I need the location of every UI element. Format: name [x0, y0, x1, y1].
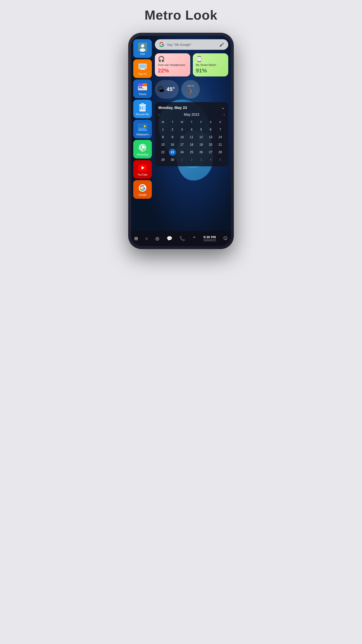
nav-phone-icon[interactable]: 📞 [179, 236, 185, 241]
cal-next[interactable]: › [223, 112, 225, 116]
nav-spiral-icon[interactable]: ◎ [155, 236, 159, 241]
cal-day-cell[interactable]: 20 [207, 141, 214, 148]
cal-day-cell[interactable]: 14 [217, 134, 224, 141]
cal-day-cell[interactable]: 26 [198, 149, 205, 156]
nav-grid-icon[interactable]: ⊞ [134, 236, 138, 241]
svg-rect-12 [139, 87, 142, 88]
sidebar-item-user[interactable]: User [133, 39, 152, 58]
nav-messages-icon[interactable]: 🗨 [223, 236, 228, 241]
svg-point-3 [140, 48, 145, 52]
weather-widget[interactable]: 🌤 45° [155, 80, 179, 99]
cal-day-header: M [159, 118, 166, 126]
cal-day-cell[interactable]: 6 [207, 126, 214, 133]
nav-time-value: 9:30 PM [203, 235, 216, 239]
sidebar-item-youtube[interactable]: YouTube [133, 160, 152, 179]
cal-day-cell[interactable]: 7 [217, 126, 224, 133]
theme-icon [138, 82, 148, 92]
svg-point-4 [140, 44, 142, 45]
google-label: Google [139, 193, 147, 196]
cal-day-cell[interactable]: 18 [188, 141, 195, 148]
youtube-icon [138, 163, 148, 173]
cal-day-cell[interactable]: 2 [169, 126, 176, 133]
cal-day-cell[interactable]: 9 [169, 134, 176, 141]
cal-day-cell[interactable]: 4 [188, 126, 195, 133]
whatsapp-icon [138, 143, 147, 152]
user-label: User [140, 53, 145, 55]
whatsapp-icon [138, 143, 148, 153]
phone-frame: User This PC Theme Recycle Bin [128, 33, 234, 249]
calendar-header: Monday, May 23 ⌄ [158, 105, 225, 110]
cal-day-cell[interactable]: 23 [169, 149, 176, 156]
clock-widget[interactable]: Sat 22 ❯ [181, 80, 200, 99]
watch-name: My Smart Watch [196, 63, 225, 66]
wallpapers-icon [138, 123, 148, 133]
cal-day-cell[interactable]: 2 [188, 156, 195, 163]
cal-day-cell[interactable]: 22 [159, 149, 166, 156]
phone-screen: User This PC Theme Recycle Bin [131, 36, 231, 246]
watch-percent: 91% [196, 67, 225, 74]
cal-prev[interactable]: ‹ [158, 112, 160, 116]
cal-day-cell[interactable]: 5 [198, 126, 205, 133]
widget-row-1: 🎧 Over-ear Headphones 22% ⌚ My Smart Wat… [155, 53, 228, 76]
sidebar-item-this-pc[interactable]: This PC [133, 59, 152, 78]
theme-icon [138, 83, 147, 91]
sidebar-item-wallpapers[interactable]: Wallpapers [133, 120, 152, 138]
cal-day-cell[interactable]: 17 [178, 141, 186, 148]
cal-day-cell[interactable]: 25 [188, 149, 195, 156]
google-icon [138, 183, 148, 193]
cal-day-cell[interactable]: 16 [169, 141, 176, 148]
nav-circle-icon[interactable]: ○ [145, 236, 148, 241]
nav-chat-icon[interactable]: 💬 [167, 236, 172, 241]
headphones-icon: 🎧 [158, 56, 187, 62]
cal-day-cell[interactable]: 1 [159, 126, 166, 133]
google-icon [138, 184, 147, 192]
cal-day-cell[interactable]: 1 [178, 156, 186, 163]
cal-day-header: F [198, 118, 205, 126]
this-pc-label: This PC [138, 73, 147, 75]
sidebar-item-recycle-bin[interactable]: Recycle Bin [133, 100, 152, 118]
nav-up-icon[interactable]: ⌃ [192, 236, 196, 241]
cal-day-header: S [217, 118, 224, 126]
calendar-grid: MTWTFSS123456789101112131415161718192021… [158, 118, 225, 163]
mic-icon[interactable]: 🎤 [219, 42, 224, 47]
headphones-widget[interactable]: 🎧 Over-ear Headphones 22% [155, 53, 190, 76]
page-title: Metro Look [145, 8, 217, 23]
search-bar[interactable]: Say "Ok Google" 🎤 [155, 39, 228, 50]
bottom-navbar: ⊞ ○ ◎ 💬 📞 ⌃ 9:30 PM 15/04/2023 🗨 [131, 231, 231, 246]
cal-day-cell[interactable]: 28 [217, 149, 224, 156]
this-pc-icon [138, 62, 148, 72]
cal-day-cell[interactable]: 27 [207, 149, 214, 156]
cal-day-cell[interactable]: 21 [217, 141, 224, 148]
cal-day-cell[interactable]: 19 [198, 141, 205, 148]
cal-day-cell[interactable]: 24 [178, 149, 186, 156]
cal-day-cell[interactable]: 4 [207, 156, 214, 163]
cal-day-cell[interactable]: 8 [159, 134, 166, 141]
calendar-dropdown-icon[interactable]: ⌄ [221, 105, 225, 110]
youtube-label: YouTube [138, 173, 147, 176]
svg-rect-8 [140, 69, 146, 70]
svg-rect-15 [139, 104, 146, 105]
cal-day-cell[interactable]: 13 [207, 134, 214, 141]
sidebar-item-whatsapp[interactable]: WhatsApp [133, 140, 152, 158]
cal-day-cell[interactable]: 3 [178, 126, 186, 133]
cal-day-cell[interactable]: 11 [188, 134, 195, 141]
cal-day-cell[interactable]: 15 [159, 141, 166, 148]
cal-day-cell[interactable]: 10 [178, 134, 186, 141]
cal-day-cell[interactable]: 3 [198, 156, 205, 163]
sidebar-item-theme[interactable]: Theme [133, 79, 152, 98]
widget-row-2: 🌤 45° Sat 22 ❯ [155, 80, 228, 99]
watch-widget[interactable]: ⌚ My Smart Watch 91% [193, 53, 228, 76]
pc-icon [138, 64, 147, 71]
cal-day-cell[interactable]: 5 [217, 156, 224, 163]
cal-day-cell[interactable]: 29 [159, 156, 166, 163]
headphones-percent: 22% [158, 67, 187, 74]
clock-date: Sat 22 [187, 85, 194, 87]
cal-day-cell[interactable]: 12 [198, 134, 205, 141]
calendar-title: Monday, May 23 [158, 105, 187, 110]
calendar-widget[interactable]: Monday, May 23 ⌄ ‹ May 2023 › MTWTFSS123… [155, 102, 228, 166]
cal-day-cell[interactable]: 30 [169, 156, 176, 163]
cal-month: May 2023 [184, 112, 199, 116]
svg-rect-13 [139, 88, 144, 89]
search-placeholder: Say "Ok Google" [167, 43, 217, 47]
sidebar-item-google[interactable]: Google [133, 180, 152, 199]
